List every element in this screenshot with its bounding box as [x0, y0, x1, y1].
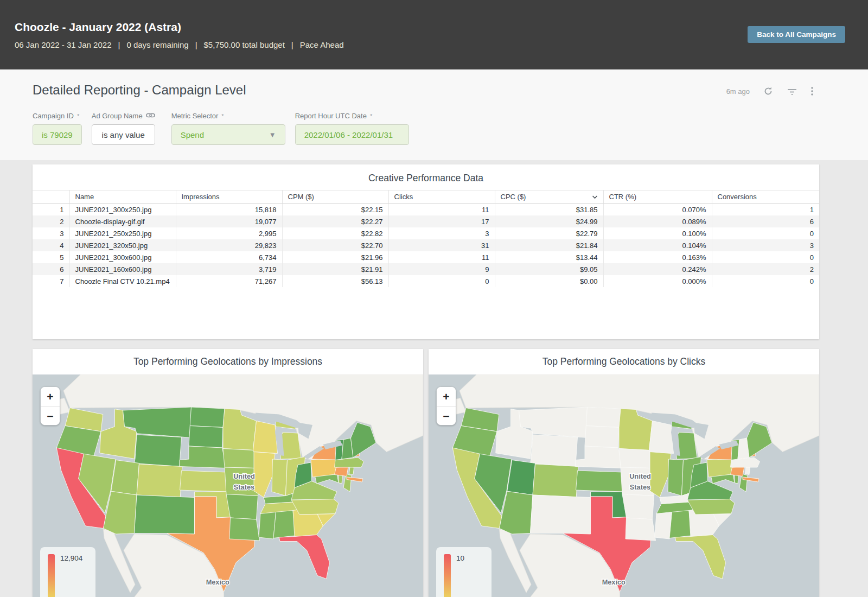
state-wy[interactable] [135, 435, 182, 467]
column-header-conversions[interactable]: Conversions [712, 190, 819, 204]
state-nm[interactable] [135, 495, 195, 534]
column-header-cpm-[interactable]: CPM ($) [282, 190, 388, 204]
table-title: Creative Performance Data [33, 164, 819, 190]
zoom-in-button[interactable]: + [41, 387, 60, 406]
column-header-impressions[interactable]: Impressions [176, 190, 282, 204]
table-row[interactable]: 1JUNE2021_300x250.jpg15,818$22.1511$31.8… [33, 204, 819, 216]
state-nc[interactable] [291, 499, 339, 515]
mexico-label: Mexico [602, 578, 626, 586]
filter-value: Spend [181, 130, 204, 139]
cell-value: 11 [388, 251, 495, 263]
cell-value: 3,719 [176, 263, 282, 275]
state-ut[interactable] [507, 460, 535, 496]
state-sd[interactable] [585, 426, 619, 448]
cell-value: 6,734 [176, 251, 282, 263]
state-co[interactable] [137, 464, 182, 497]
cell-value: 0 [712, 275, 819, 287]
filter-value-box[interactable]: is any value [92, 124, 155, 145]
campaign-meta: 06 Jan 2022 - 31 Jan 2022|0 days remaini… [15, 40, 344, 49]
cell-value: 2,995 [176, 227, 282, 239]
state-ut[interactable] [111, 460, 139, 496]
state-sd[interactable] [189, 426, 223, 448]
table-row[interactable]: 5JUNE2021_300x600.jpg6,734$21.9611$13.44… [33, 251, 819, 263]
filter-icon[interactable] [787, 86, 797, 97]
cell-value: 1 [712, 204, 819, 216]
state-nc[interactable] [687, 499, 735, 515]
state-ms[interactable] [259, 512, 276, 539]
sort-chevron-icon[interactable] [592, 193, 598, 201]
column-header-ctr-[interactable]: CTR (%) [603, 190, 712, 204]
map-area[interactable]: UnitedStatesMexico+−12,904 [33, 374, 423, 597]
column-header-clicks[interactable]: Clicks [388, 190, 495, 204]
state-al[interactable] [273, 511, 296, 538]
kebab-icon[interactable] [810, 86, 814, 97]
cell-name: JUNE2021_320x50.jpg [69, 239, 176, 251]
table-row[interactable]: 6JUNE2021_160x600.jpg3,719$21.919$9.050.… [33, 263, 819, 275]
back-to-all-campaigns-button[interactable]: Back to All Campaigns [748, 26, 845, 43]
cell-name: JUNE2021_300x250.jpg [69, 204, 176, 216]
campaign-meta-item: $5,750.00 total budget [204, 40, 285, 49]
cell-value: 0.100% [603, 227, 712, 239]
state-ct[interactable] [731, 467, 745, 477]
state-ri[interactable] [745, 467, 750, 475]
table-row[interactable]: 3JUNE2021_250x250.jpg2,995$22.823$22.790… [33, 227, 819, 239]
united-states-label-2: States [234, 483, 254, 491]
cell-value: 31 [388, 239, 495, 251]
state-nm[interactable] [531, 495, 591, 534]
state-wi[interactable] [253, 421, 278, 454]
state-ar[interactable] [622, 494, 654, 520]
state-ri[interactable] [349, 467, 354, 475]
table-row[interactable]: 2Choozle-display-gif.gif19,077$22.2717$2… [33, 215, 819, 227]
state-la[interactable] [229, 518, 260, 541]
state-in[interactable] [272, 459, 288, 496]
creative-performance-table: NameImpressionsCPM ($)ClicksCPC ($)CTR (… [33, 190, 819, 287]
state-ms[interactable] [655, 512, 672, 539]
state-in[interactable] [668, 459, 684, 496]
zoom-out-button[interactable]: − [437, 406, 456, 425]
cell-value: 0 [712, 227, 819, 239]
state-ia[interactable] [619, 449, 654, 468]
state-ks[interactable] [180, 471, 227, 492]
cell-value: $24.99 [495, 215, 603, 227]
cell-value: $22.79 [495, 227, 603, 239]
state-al[interactable] [669, 511, 692, 538]
state-ia[interactable] [223, 449, 258, 468]
table-row[interactable]: 7Choozle Final CTV 10.21.mp471,267$56.13… [33, 275, 819, 287]
filter-value-box[interactable]: is 79029 [33, 124, 82, 145]
cell-value: 0.070% [603, 204, 712, 216]
map-legend: 12,904 [40, 547, 95, 597]
chevron-down-icon: ▼ [269, 131, 276, 139]
dashboard-body: Creative Performance Data NameImpression… [0, 160, 868, 597]
state-ks[interactable] [576, 471, 623, 492]
filter-campaign-id: Campaign ID*is 79029 [33, 112, 82, 145]
state-wi[interactable] [649, 421, 674, 454]
map-area[interactable]: UnitedStatesMexico+−10 [429, 374, 819, 597]
state-wy[interactable] [531, 435, 578, 467]
zoom-in-button[interactable]: + [437, 387, 456, 406]
cell-value: 71,267 [176, 275, 282, 287]
cell-value: $9.05 [495, 263, 603, 275]
zoom-out-button[interactable]: − [41, 406, 60, 425]
campaign-meta-item: 06 Jan 2022 - 31 Jan 2022 [15, 40, 111, 49]
refresh-icon[interactable] [763, 86, 774, 97]
table-row[interactable]: 4JUNE2021_320x50.jpg29,823$22.7031$21.84… [33, 239, 819, 251]
cell-value: 0.089% [603, 215, 712, 227]
filter-value-box[interactable]: 2022/01/06 - 2022/01/31 [295, 124, 409, 145]
cell-value: $22.27 [282, 215, 388, 227]
column-header-cpc-[interactable]: CPC ($) [495, 190, 603, 204]
state-la[interactable] [626, 518, 656, 541]
cell-value: 17 [388, 215, 495, 227]
state-ct[interactable] [335, 467, 349, 477]
legend-max-value: 12,904 [60, 554, 82, 562]
state-ar[interactable] [226, 494, 258, 520]
column-header-name[interactable]: Name [69, 190, 176, 204]
row-number: 4 [33, 239, 69, 251]
cell-value: 9 [388, 263, 495, 275]
campaign-header: Choozle - January 2022 (Astra) 06 Jan 20… [0, 0, 868, 69]
cell-value: 15,818 [176, 204, 282, 216]
state-co[interactable] [533, 464, 578, 497]
filter-value-box[interactable]: Spend▼ [171, 124, 285, 145]
state-nd[interactable] [190, 407, 225, 428]
state-nd[interactable] [586, 407, 621, 428]
filter-label: Campaign ID* [33, 112, 82, 120]
